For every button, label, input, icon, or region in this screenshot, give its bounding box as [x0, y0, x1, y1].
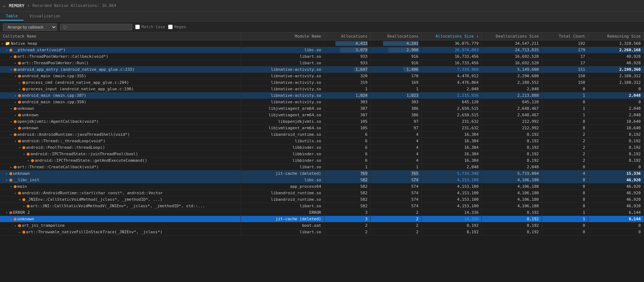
- table-row[interactable]: ▸art_jni_trampolineboot.oat228,1928,1920…: [0, 222, 644, 229]
- expand-icon[interactable]: ▸: [14, 100, 18, 104]
- expand-icon[interactable]: ▸: [6, 172, 9, 175]
- orange-dot-icon: [22, 198, 25, 201]
- table-row[interactable]: ▸android::IPCThreadState::getAndExecuteC…: [0, 157, 644, 164]
- expand-icon[interactable]: ▾: [10, 55, 14, 58]
- expand-icon[interactable]: ▾: [10, 120, 14, 123]
- orange-dot-icon: [14, 107, 17, 110]
- cell-totalcount: 0: [542, 222, 588, 229]
- expand-icon[interactable]: ▸: [10, 165, 14, 169]
- expand-icon[interactable]: ▾: [10, 217, 14, 221]
- cell-module: libnative-activity.so: [241, 86, 324, 92]
- expand-icon[interactable]: ▾: [14, 74, 18, 78]
- table-row[interactable]: ▸android_main (main.cpp:350)libnative-ac…: [0, 99, 644, 105]
- col-module[interactable]: Module Name: [241, 32, 324, 40]
- table-row[interactable]: ▾android::AndroidRuntime::javaThreadShel…: [0, 131, 644, 138]
- expand-icon[interactable]: ▸: [14, 113, 18, 117]
- expand-icon[interactable]: ▸: [27, 159, 31, 162]
- table-row[interactable]: ▾android::PoolThread::threadLoop()libbin…: [0, 144, 644, 151]
- cell-module: boot.oat: [241, 222, 324, 229]
- cell-allocs: 933: [324, 53, 370, 60]
- expand-icon[interactable]: ▾: [19, 146, 22, 149]
- table-row[interactable]: ▸art::ThreadPoolWorker::Run()libart.so93…: [0, 60, 644, 66]
- col-totalcount[interactable]: Total Count: [542, 32, 588, 40]
- table-row[interactable]: ▾openjdkjvmti::AgentCallback(void*)libop…: [0, 118, 644, 125]
- tab-table[interactable]: Table: [0, 12, 23, 21]
- table-row[interactable]: ▾__pthread_start(void*)libc.so3,0792,900…: [0, 47, 644, 53]
- table-row[interactable]: ▸art::Throwable_nativeFillInStackTrace(_…: [0, 229, 644, 235]
- table-row[interactable]: ▾android::IPCThreadState::joinThreadPool…: [0, 151, 644, 157]
- col-remainsize[interactable]: Remaining Size: [588, 32, 644, 40]
- expand-icon[interactable]: ▾: [14, 191, 18, 195]
- dropdown-arrow-icon[interactable]: ▾: [27, 4, 30, 8]
- tab-visualization[interactable]: Visualization: [23, 12, 66, 21]
- expand-icon[interactable]: ▸: [23, 204, 27, 208]
- cell-allocsize: 14,336: [421, 209, 482, 216]
- table-row[interactable]: ▾📁Native heap4,4334,24136,875,77934,547,…: [0, 40, 644, 47]
- expand-icon[interactable]: ▾: [19, 198, 22, 201]
- cell-allocs: 3: [324, 216, 370, 222]
- col-deallocsize[interactable]: Deallocations Size: [482, 32, 542, 40]
- table-row[interactable]: ▾ERROR 2ERROR3214,3368,19216,144: [0, 209, 644, 216]
- table-row[interactable]: ▾__libc_initlibc.so5825744,153,1004,106,…: [0, 177, 644, 183]
- expand-icon[interactable]: ▾: [10, 107, 14, 110]
- table-row[interactable]: ▾art::ThreadPoolWorker::Callback(void*)l…: [0, 53, 644, 60]
- expand-icon[interactable]: ▸: [19, 81, 22, 84]
- table-row[interactable]: ▾unknownjit-cache (deleted)3214,3368,192…: [0, 216, 644, 222]
- col-callstack[interactable]: Callstack Name: [0, 32, 241, 40]
- table-row[interactable]: ▸android_main (main.cpp:387)libnative-ac…: [0, 92, 644, 99]
- table-row[interactable]: ▸art::Thread::CreateCallback(void*)libar…: [0, 164, 644, 170]
- expand-icon[interactable]: ▸: [19, 87, 22, 91]
- expand-icon[interactable]: ▸: [19, 230, 22, 234]
- table-row[interactable]: ▸art::JNI::CallStaticVoidMethodV(_JNIEnv…: [0, 203, 644, 209]
- table-row[interactable]: ▸process_input (android_native_app_glue.…: [0, 86, 644, 92]
- cell-module: jit-cache (deleted): [241, 170, 324, 177]
- expand-icon[interactable]: ▾: [1, 42, 5, 45]
- col-deallocs[interactable]: Deallocations: [370, 32, 421, 40]
- dealloc-value: 386: [411, 106, 418, 111]
- back-button[interactable]: ←: [3, 3, 6, 9]
- table-row[interactable]: ▾unknownlibjvmtiagent_arm64.so3873862,65…: [0, 105, 644, 112]
- expand-icon[interactable]: ▾: [10, 185, 14, 188]
- cell-totalcount: 8: [542, 125, 588, 131]
- table-row[interactable]: ▾mainapp_process645825744,153,1004,106,1…: [0, 183, 644, 190]
- expand-icon[interactable]: ▾: [23, 152, 27, 156]
- expand-icon[interactable]: ▸: [14, 224, 18, 227]
- table-row[interactable]: ▾android::Thread::_threadLoop(void*)libu…: [0, 138, 644, 144]
- table-row[interactable]: ▸unknownlibjvmtiagent_arm64.so3873862,65…: [0, 112, 644, 118]
- expand-icon[interactable]: ▸: [14, 94, 18, 97]
- expand-icon[interactable]: ▾: [6, 48, 9, 52]
- col-allocs[interactable]: Allocations: [324, 32, 370, 40]
- cell-totalcount: 8: [542, 203, 588, 209]
- red-dot-icon: [9, 211, 12, 214]
- col-allocsize[interactable]: Allocations Size ↓: [421, 32, 482, 40]
- expand-icon[interactable]: ▾: [6, 211, 9, 214]
- cell-module: libart.so: [241, 60, 324, 66]
- recorded-text: Recorded Native Allocations: 16.864: [33, 3, 116, 8]
- table-container[interactable]: Callstack Name Module Name Allocations D…: [0, 32, 644, 282]
- dealloc-value: 4: [416, 152, 418, 156]
- expand-icon[interactable]: ▸: [14, 61, 18, 65]
- orange-dot-icon: [27, 205, 30, 208]
- cell-callstack: ▸android::IPCThreadState::getAndExecuteC…: [0, 157, 241, 164]
- table-row[interactable]: ▸process_cmd (android_native_app_glue.c:…: [0, 79, 644, 86]
- dealloc-value: 574: [411, 178, 418, 182]
- match-case-checkbox[interactable]: [135, 25, 140, 29]
- table-row[interactable]: ▾android::AndroidRuntime::start(char con…: [0, 190, 644, 196]
- regex-checkbox[interactable]: [168, 25, 173, 29]
- expand-icon[interactable]: ▾: [14, 139, 18, 143]
- table-row[interactable]: ▾_JNIEnv::CallStaticVoidMethod(_jclass*,…: [0, 196, 644, 203]
- table-row[interactable]: ▾android_main (main.cpp:355)libnative-ac…: [0, 73, 644, 79]
- cell-deallocsize: 8,192: [482, 209, 542, 216]
- table-row[interactable]: ▾android_app_entry (android_native_app_g…: [0, 66, 644, 73]
- dealloc-value: 1,496: [407, 67, 418, 72]
- arrange-dropdown[interactable]: Arrange by callstack: [3, 23, 57, 31]
- table-row[interactable]: ▸unknownlibjvmtiagent_arm64.so10597231,6…: [0, 125, 644, 131]
- cell-allocs: 387: [324, 105, 370, 112]
- table-row[interactable]: ▸unknownjit-cache (deleted)7697655,734,3…: [0, 170, 644, 177]
- search-input[interactable]: [60, 24, 132, 30]
- expand-icon[interactable]: ▾: [10, 133, 14, 136]
- expand-icon[interactable]: ▸: [14, 126, 18, 130]
- expand-icon[interactable]: ▾: [10, 68, 14, 71]
- cell-allocsize: 16,384: [421, 151, 482, 157]
- expand-icon[interactable]: ▾: [6, 178, 9, 182]
